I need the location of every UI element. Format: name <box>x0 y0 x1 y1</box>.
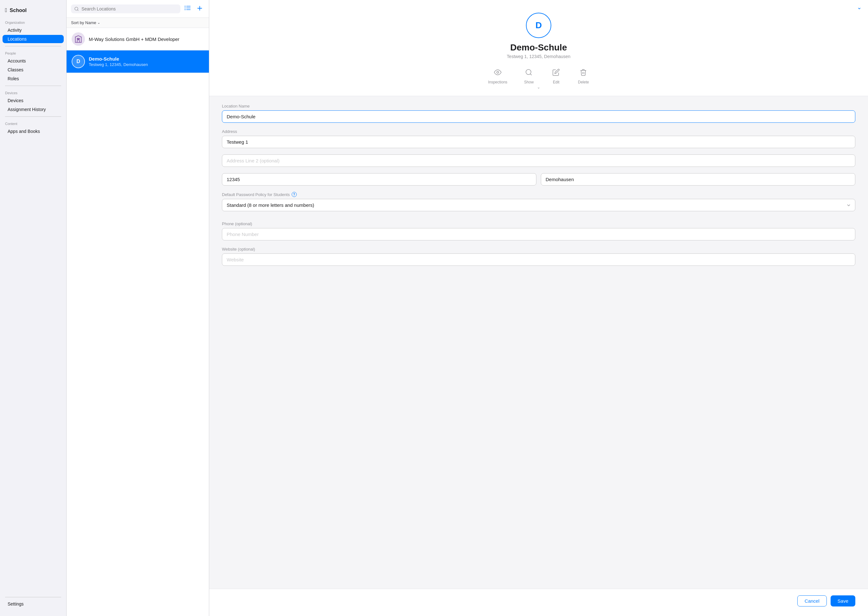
password-policy-select[interactable]: Standard (8 or more letters and numbers)… <box>222 199 855 211</box>
building-icon <box>74 35 83 44</box>
delete-button[interactable]: Delete <box>578 67 589 84</box>
sidebar-divider-4 <box>5 597 61 597</box>
list-item[interactable]: D Demo-Schule Testweg 1, 12345, Demohaus… <box>67 50 209 73</box>
address-label: Address <box>222 129 855 134</box>
svg-line-14 <box>530 74 532 75</box>
avatar <box>72 32 85 46</box>
people-section-label: People <box>0 49 66 57</box>
zip-city-group <box>222 173 855 185</box>
pencil-icon <box>550 67 562 78</box>
detail-panel: ⌄ D Demo-Schule Testweg 1, 12345, Demoha… <box>209 0 868 616</box>
avatar: D <box>72 55 85 68</box>
org-section-label: Organization <box>0 18 66 26</box>
city-input[interactable] <box>541 173 855 185</box>
sidebar-divider-2 <box>5 86 61 86</box>
sidebar-divider-3 <box>5 116 61 117</box>
password-policy-label: Default Password Policy for Students ? <box>222 192 855 197</box>
svg-point-13 <box>526 69 531 75</box>
middle-panel: Sort by Name ⌄ M-Way Solutions GmbH + MD… <box>67 0 209 616</box>
app-title:  School <box>0 5 66 18</box>
sidebar-item-assignment-history[interactable]: Assignment History <box>3 105 64 113</box>
sidebar-bottom: Settings <box>0 592 66 611</box>
sort-chevron-icon: ⌄ <box>97 20 100 25</box>
website-input[interactable] <box>222 253 855 266</box>
sidebar-item-devices[interactable]: Devices <box>3 96 64 105</box>
sidebar-divider-1 <box>5 46 61 46</box>
address-group: Address <box>222 129 855 148</box>
svg-rect-10 <box>77 38 78 40</box>
sort-bar: Sort by Name ⌄ <box>67 18 209 28</box>
sidebar-item-activity[interactable]: Activity <box>3 26 64 34</box>
location-list: M-Way Solutions GmbH + MDM Developer D D… <box>67 28 209 616</box>
search-bar <box>67 0 209 18</box>
help-icon[interactable]: ? <box>291 192 297 197</box>
search-detail-icon <box>523 67 534 78</box>
svg-point-5 <box>185 6 185 7</box>
top-right-dropdown-button[interactable]: ⌄ <box>857 4 862 11</box>
search-icon <box>74 6 79 11</box>
sidebar-item-roles[interactable]: Roles <box>3 75 64 83</box>
svg-line-1 <box>77 9 78 11</box>
website-label: Website (optional) <box>222 247 855 251</box>
add-location-button[interactable] <box>195 3 204 14</box>
cancel-button[interactable]: Cancel <box>797 596 827 607</box>
svg-point-12 <box>497 71 499 73</box>
svg-rect-11 <box>78 38 79 40</box>
detail-actions: Inspections Show Edit Delete <box>488 67 589 84</box>
sidebar:  School Organization Activity Locations… <box>0 0 67 616</box>
eye-icon <box>492 67 503 78</box>
location-name-label: Location Name <box>222 104 855 108</box>
inspections-button[interactable]: Inspections <box>488 67 508 84</box>
detail-avatar: D <box>526 13 551 38</box>
phone-group: Phone (optional) <box>222 222 855 240</box>
trash-icon <box>578 67 589 78</box>
apple-icon:  <box>5 7 7 14</box>
location-name-input[interactable] <box>222 110 855 123</box>
location-address: Testweg 1, 12345, Demohausen <box>89 62 204 67</box>
search-input-wrapper[interactable] <box>71 5 180 13</box>
form-footer: Cancel Save <box>209 589 868 616</box>
search-input[interactable] <box>81 6 177 11</box>
app-title-label: School <box>10 8 27 13</box>
filter-icon <box>184 5 191 11</box>
password-policy-group: Default Password Policy for Students ? S… <box>222 192 855 211</box>
sidebar-item-accounts[interactable]: Accounts <box>3 57 64 65</box>
list-item[interactable]: M-Way Solutions GmbH + MDM Developer <box>67 28 209 50</box>
svg-point-7 <box>185 9 185 10</box>
edit-button[interactable]: Edit <box>550 67 562 84</box>
filter-button[interactable] <box>183 3 193 14</box>
add-icon <box>196 5 203 12</box>
phone-label: Phone (optional) <box>222 222 855 226</box>
devices-section-label: Devices <box>0 88 66 96</box>
zip-input[interactable] <box>222 173 536 185</box>
sidebar-item-classes[interactable]: Classes <box>3 66 64 74</box>
address-input[interactable] <box>222 136 855 148</box>
phone-input[interactable] <box>222 228 855 240</box>
website-group: Website (optional) <box>222 247 855 266</box>
content-section-label: Content <box>0 119 66 127</box>
svg-point-6 <box>185 8 185 9</box>
sidebar-item-settings[interactable]: Settings <box>3 600 64 608</box>
location-name: M-Way Solutions GmbH + MDM Developer <box>89 36 204 42</box>
location-name: Demo-Schule <box>89 56 204 61</box>
detail-name: Demo-Schule <box>511 42 567 53</box>
location-name-group: Location Name <box>222 104 855 123</box>
address-line2-input[interactable] <box>222 154 855 167</box>
sort-by-name[interactable]: Sort by Name ⌄ <box>71 20 100 25</box>
sidebar-item-locations[interactable]: Locations <box>3 35 64 43</box>
sidebar-item-apps-books[interactable]: Apps and Books <box>3 127 64 135</box>
save-button[interactable]: Save <box>830 596 855 607</box>
address-line2-group <box>222 154 855 167</box>
show-button[interactable]: Show <box>523 67 534 84</box>
detail-form: Location Name Address Default Password P… <box>209 96 868 589</box>
detail-subtitle-address: Testweg 1, 12345, Demohausen <box>507 54 570 59</box>
actions-expand-icon[interactable]: ⌄ <box>537 85 540 90</box>
detail-header: D Demo-Schule Testweg 1, 12345, Demohaus… <box>209 0 868 96</box>
